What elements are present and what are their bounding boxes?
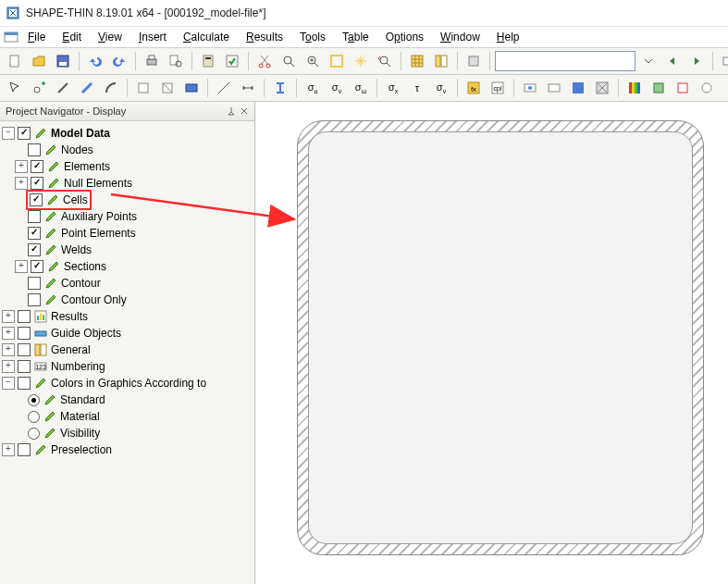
tb2-b2[interactable] [156, 77, 179, 99]
i-section-button[interactable] [269, 77, 291, 99]
expand-icon[interactable]: + [2, 310, 15, 323]
print-button[interactable] [141, 50, 163, 72]
new-line-button[interactable] [52, 77, 74, 99]
tree-preselection[interactable]: + Preselection [2, 441, 253, 458]
checkbox[interactable] [18, 343, 31, 356]
zoom-in-button[interactable] [302, 50, 324, 72]
color-scale-button[interactable] [623, 77, 646, 99]
cut-button[interactable] [253, 50, 276, 72]
new-node-button[interactable] [28, 77, 50, 99]
tb2-c3[interactable] [567, 77, 589, 99]
close-panel-icon[interactable] [240, 106, 249, 116]
tree-model-data[interactable]: − Model Data [2, 125, 253, 142]
menu-help[interactable]: Help [489, 29, 527, 45]
checkbox[interactable] [31, 160, 43, 173]
menu-edit[interactable]: Edit [55, 29, 89, 45]
menu-file[interactable]: File [20, 29, 53, 45]
zoom-fit-button[interactable] [278, 50, 300, 72]
menu-view[interactable]: View [91, 29, 130, 45]
checkbox[interactable] [18, 377, 31, 390]
pan-button[interactable] [350, 50, 372, 72]
redo-button[interactable] [108, 50, 130, 72]
sigma-x-button[interactable]: σx [382, 77, 404, 99]
tree-welds[interactable]: Welds [2, 242, 253, 258]
sigma-v2-button[interactable]: σv [430, 77, 452, 99]
tree-material[interactable]: Material [2, 408, 253, 425]
check-button[interactable] [221, 50, 243, 72]
tb2-c6[interactable] [672, 77, 694, 99]
tb2-c1[interactable] [519, 77, 541, 99]
tb1-ex1[interactable] [718, 50, 728, 72]
menu-tools[interactable]: Tools [292, 29, 333, 45]
pin-icon[interactable] [227, 106, 236, 116]
tree-contour-only[interactable]: Contour Only [2, 292, 253, 308]
next-case-button[interactable] [685, 50, 708, 72]
checkbox[interactable] [18, 443, 31, 456]
checkbox[interactable] [30, 193, 43, 206]
zoom-window-button[interactable] [326, 50, 348, 72]
menu-insert[interactable]: Insert [131, 29, 174, 45]
tree-nodes[interactable]: Nodes [2, 142, 253, 158]
expand-icon[interactable]: + [2, 343, 15, 356]
tree-numbering[interactable]: + 123 Numbering [2, 358, 253, 375]
checkbox[interactable] [18, 327, 31, 340]
new-file-button[interactable] [4, 50, 26, 72]
calculate-button[interactable] [197, 50, 219, 72]
expand-icon[interactable]: + [2, 360, 15, 373]
radio[interactable] [28, 428, 40, 440]
checkbox[interactable] [28, 227, 41, 240]
expand-icon[interactable]: − [2, 127, 15, 140]
menu-calculate[interactable]: Calculate [176, 29, 237, 45]
checkbox[interactable] [28, 143, 41, 156]
radio[interactable] [28, 411, 40, 423]
tree-aux-points[interactable]: Auxiliary Points [2, 208, 253, 225]
print-preview-button[interactable] [165, 50, 187, 72]
show-navigator-button[interactable] [430, 50, 452, 72]
checkbox[interactable] [28, 210, 41, 223]
sigma-u-button[interactable]: σu [302, 77, 324, 99]
sigma-omega-button[interactable]: σω [350, 77, 372, 99]
prev-case-button[interactable] [661, 50, 684, 72]
open-file-button[interactable] [28, 50, 50, 72]
expand-icon[interactable]: + [15, 177, 28, 190]
checkbox[interactable] [28, 293, 41, 306]
plastic-button[interactable]: cpl [487, 77, 509, 99]
tb2-b1[interactable] [132, 77, 154, 99]
checkbox[interactable] [31, 260, 43, 273]
expand-icon[interactable]: − [2, 377, 15, 390]
checkbox[interactable] [18, 360, 31, 373]
expand-icon[interactable]: + [15, 160, 28, 173]
checkbox[interactable] [31, 177, 43, 190]
tree-general[interactable]: + General [2, 342, 253, 358]
fx-button[interactable]: fx [463, 77, 485, 99]
undo-button[interactable] [84, 50, 106, 72]
model-viewport[interactable] [255, 102, 728, 584]
tree-point-elements[interactable]: Point Elements [2, 225, 253, 242]
tree-cells[interactable]: Cells [2, 192, 253, 208]
new-arc-button[interactable] [100, 77, 122, 99]
measure-button[interactable] [213, 77, 235, 99]
tree-visibility[interactable]: Visibility [2, 425, 253, 441]
tree-contour[interactable]: Contour [2, 275, 253, 292]
tree-results[interactable]: + Results [2, 308, 253, 325]
expand-icon[interactable]: + [2, 327, 15, 340]
tb2-c5[interactable] [648, 77, 670, 99]
tb2-c7[interactable] [696, 77, 718, 99]
checkbox[interactable] [28, 243, 41, 256]
expand-icon[interactable]: + [2, 443, 15, 456]
expand-icon[interactable]: + [15, 260, 28, 273]
checkbox[interactable] [18, 127, 31, 140]
loadcase-combo[interactable] [495, 51, 635, 71]
checkbox[interactable] [18, 310, 31, 323]
menu-window[interactable]: Window [433, 29, 487, 45]
tb2-c4[interactable] [591, 77, 613, 99]
tree-guide-objects[interactable]: + Guide Objects [2, 325, 253, 342]
menu-results[interactable]: Results [239, 29, 290, 45]
show-tables-button[interactable] [406, 50, 428, 72]
tau-button[interactable]: τ [406, 77, 428, 99]
sigma-v-button[interactable]: σv [326, 77, 348, 99]
select-button[interactable] [4, 77, 26, 99]
previous-view-button[interactable] [374, 50, 396, 72]
tb2-b3[interactable] [180, 77, 203, 99]
save-button[interactable] [52, 50, 74, 72]
